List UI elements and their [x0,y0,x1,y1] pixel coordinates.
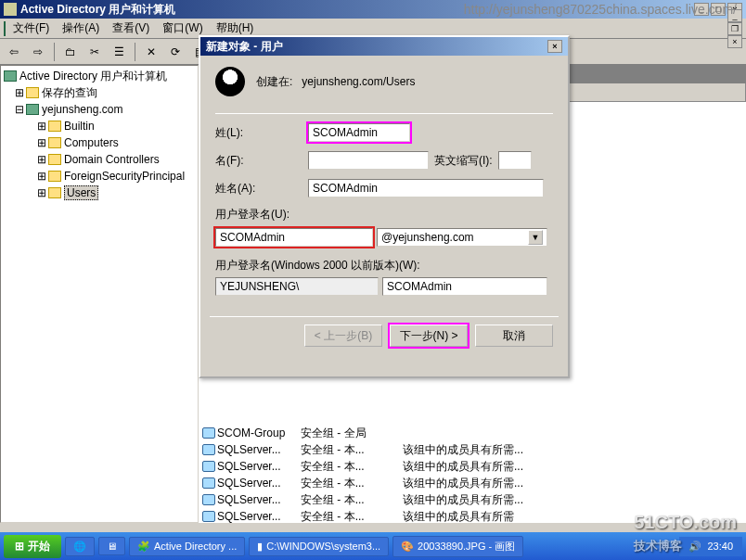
list-row[interactable]: SQLServer...安全组 - 本...该组中的成员具有所需... [199,458,746,475]
folder-icon [48,187,61,198]
paint-icon: 🎨 [401,541,414,553]
folder-icon [48,121,61,132]
list-row[interactable]: SQLServer...安全组 - 本...该组中的成员具有所需... [199,475,746,491]
sam-input[interactable] [382,277,547,296]
folder-icon [48,171,61,182]
mdi-close-button[interactable]: × [727,35,742,48]
domain-select-value: @yejunsheng.com [381,231,474,244]
tree-fsp[interactable]: ForeignSecurityPrincipal [64,170,185,183]
app-icon [4,3,17,16]
start-button[interactable]: ⊞开始 [4,535,61,558]
group-icon [202,427,215,439]
ad-icon: 🧩 [137,541,150,553]
domain-icon [26,104,39,115]
task-cmd[interactable]: ▮C:\WINDOWS\system3... [249,537,389,556]
chevron-down-icon: ▼ [528,230,543,245]
tree-pane[interactable]: Active Directory 用户和计算机 ⊞保存的查询 ⊟yejunshe… [0,65,199,523]
back-button: < 上一步(B) [304,325,382,347]
expand-icon[interactable]: ⊞ [36,136,47,149]
app-title: Active Directory 用户和计算机 [20,2,175,18]
next-button[interactable]: 下一步(N) > [390,325,468,347]
lastname-label: 姓(L): [215,125,308,141]
collapse-icon[interactable]: ⊟ [14,103,25,116]
up-button[interactable]: 🗀 [60,42,81,62]
list-row[interactable]: SQLServer...安全组 - 本...该组中的成员具有所需... [199,491,746,508]
fullname-label: 姓名(A): [215,181,308,197]
refresh-icon[interactable]: ⟳ [165,42,186,62]
menu-action[interactable]: 操作(A) [57,19,105,38]
domain-select[interactable]: @yejunsheng.com ▼ [377,228,547,247]
cut-icon[interactable]: ✂ [84,42,105,62]
initials-label: 英文缩写(I): [434,153,493,169]
expand-icon[interactable]: ⊞ [36,170,47,183]
task-ad[interactable]: 🧩Active Directory ... [129,537,245,556]
tree-root[interactable]: Active Directory 用户和计算机 [19,69,167,84]
netbios-input [215,277,379,296]
group-icon [202,444,215,455]
user-head-icon [215,67,245,96]
menu-view[interactable]: 查看(V) [107,19,155,38]
ad-root-icon [4,70,17,82]
forward-button[interactable]: ⇨ [28,42,48,62]
expand-icon[interactable]: ⊞ [36,186,47,199]
folder-icon [26,87,39,98]
group-icon [202,511,215,522]
dialog-title: 新建对象 - 用户 [206,39,283,55]
tree-users[interactable]: Users [64,185,98,200]
group-icon [202,477,215,489]
fullname-input[interactable] [308,179,544,197]
expand-icon[interactable]: ⊞ [14,86,25,99]
tree-dc[interactable]: Domain Controllers [64,153,160,166]
firstname-input[interactable] [308,151,429,170]
logon2000-label: 用户登录名(Windows 2000 以前版本)(W): [215,259,420,272]
list-row[interactable]: SCOM-Group安全组 - 全局 [199,425,746,441]
group-icon [202,494,215,505]
logon-name-input[interactable] [215,228,373,247]
quicklaunch-ie[interactable]: 🌐 [65,537,95,556]
tree-domain[interactable]: yejunsheng.com [42,103,122,116]
initials-input[interactable] [498,151,532,170]
tree-builtin[interactable]: Builtin [64,120,95,133]
cancel-button[interactable]: 取消 [475,325,553,347]
mdi-restore-button[interactable]: ❐ [727,22,742,35]
watermark-url: http://yejunsheng870225china.spaces.live… [464,2,737,17]
folder-icon [48,154,61,165]
task-paint[interactable]: 🎨20033890.JPG - 画图 [392,536,523,557]
logon-label: 用户登录名(U): [215,208,289,221]
lastname-input[interactable] [308,123,410,142]
tree-saved-queries[interactable]: 保存的查询 [42,85,97,101]
back-button[interactable]: ⇦ [4,42,24,62]
expand-icon[interactable]: ⊞ [36,153,47,166]
windows-logo-icon: ⊞ [15,540,24,553]
quicklaunch-desktop[interactable]: 🖥 [98,537,125,555]
delete-icon[interactable]: ✕ [141,42,161,62]
properties-icon[interactable]: ☰ [109,42,129,62]
group-icon [202,461,215,472]
watermark-brand: 51CTO.com 技术博客 [634,512,737,554]
dialog-close-button[interactable]: × [547,40,562,53]
list-row[interactable]: SQLServer...安全组 - 本...该组中的成员具有所需... [199,441,746,458]
create-in-path: yejunsheng.com/Users [302,75,415,88]
mmc-icon [4,21,6,36]
tree-computers[interactable]: Computers [64,136,119,149]
folder-icon [48,137,61,148]
firstname-label: 名(F): [215,153,308,169]
dialog-titlebar: 新建对象 - 用户 × [200,37,568,56]
expand-icon[interactable]: ⊞ [36,120,47,133]
create-in-label: 创建在: [256,75,292,88]
menu-file[interactable]: 文件(F) [7,19,55,38]
cmd-icon: ▮ [257,541,263,553]
new-user-dialog: 新建对象 - 用户 × 创建在: yejunsheng.com/Users 姓(… [199,35,570,378]
